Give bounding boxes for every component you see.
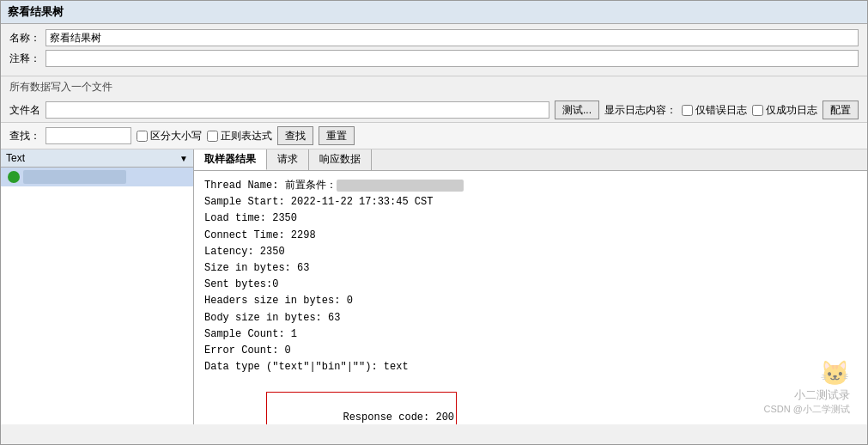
tabs-bar: 取样器结果 请求 响应数据 (194, 149, 867, 171)
size-bytes-line: Size in bytes: 63 (204, 260, 857, 277)
comment-label: 注释： (9, 52, 40, 66)
regex-group: 正则表达式 (207, 129, 272, 143)
file-log-row: 文件名 测试... 显示日志内容： 仅错误日志 仅成功日志 配置 (1, 98, 867, 123)
thread-name-line: Thread Name: 前置条件：████████████████████ (204, 178, 857, 194)
case-sensitive-group: 区分大小写 (137, 129, 202, 143)
response-code-highlight: Response code: 200 (266, 392, 457, 424)
tree-item-label: ████████ (23, 170, 126, 184)
search-label: 查找： (9, 129, 40, 143)
comment-row: 注释： (9, 50, 859, 67)
left-panel: Text ▼ ████████ (1, 149, 194, 424)
success-log-checkbox[interactable] (752, 105, 763, 116)
regex-label: 正则表达式 (221, 129, 272, 143)
main-area: Text ▼ ████████ 取样器结果 请求 响应数据 (1, 149, 867, 424)
error-log-checkbox-group: 仅错误日志 (682, 103, 747, 118)
sent-bytes-line: Sent bytes:0 (204, 277, 857, 293)
case-sensitive-label: 区分大小写 (150, 129, 202, 143)
case-sensitive-checkbox[interactable] (137, 131, 148, 142)
browse-btn[interactable]: 测试... (555, 101, 599, 119)
tab-response[interactable]: 响应数据 (309, 149, 372, 170)
tree-item[interactable]: ████████ (1, 168, 193, 186)
status-icon-success (8, 171, 20, 183)
tab-request[interactable]: 请求 (267, 149, 309, 170)
load-time-line: Load time: 2350 (204, 210, 857, 227)
reset-btn[interactable]: 重置 (319, 126, 355, 145)
right-panel: 取样器结果 请求 响应数据 Thread Name: 前置条件：████████… (194, 149, 867, 424)
response-code-line: Response code: 200 (204, 375, 857, 424)
error-log-checkbox[interactable] (682, 105, 693, 116)
file-label: 文件名 (9, 103, 40, 118)
name-section: 名称： 注释： (1, 24, 867, 76)
sample-count-line: Sample Count: 1 (204, 326, 857, 343)
chevron-down-icon: ▼ (179, 154, 188, 163)
left-panel-header: Text ▼ (1, 149, 193, 168)
title-bar: 察看结果树 (1, 1, 867, 24)
file-input[interactable] (46, 101, 549, 119)
panel-header-label: Text (6, 152, 25, 164)
success-log-checkbox-group: 仅成功日志 (752, 103, 817, 118)
name-input[interactable] (46, 29, 859, 46)
name-label: 名称： (9, 31, 40, 46)
log-label: 显示日志内容： (604, 103, 677, 118)
error-log-label: 仅错误日志 (695, 103, 747, 118)
window-title: 察看结果树 (8, 5, 64, 18)
search-bar: 查找： 区分大小写 正则表达式 查找 重置 (1, 123, 867, 149)
headers-size-line: Headers size in bytes: 0 (204, 293, 857, 309)
result-content: Thread Name: 前置条件：████████████████████ S… (194, 171, 867, 424)
tab-sampler-result[interactable]: 取样器结果 (194, 149, 267, 170)
error-count-line: Error Count: 0 (204, 343, 857, 359)
config-btn[interactable]: 配置 (822, 101, 859, 119)
sample-start-line: Sample Start: 2022-11-22 17:33:45 CST (204, 194, 857, 210)
note-text: 所有数据写入一个文件 (1, 76, 867, 98)
comment-input[interactable] (46, 50, 859, 67)
connect-time-line: Connect Time: 2298 (204, 228, 857, 244)
success-log-label: 仅成功日志 (766, 103, 817, 118)
data-type-line: Data type ("text"|"bin"|""): text (204, 359, 857, 375)
find-btn[interactable]: 查找 (277, 126, 313, 145)
regex-checkbox[interactable] (207, 131, 218, 142)
body-size-line: Body size in bytes: 63 (204, 310, 857, 326)
main-window: 察看结果树 名称： 注释： 所有数据写入一个文件 文件名 测试... 显示日志内… (0, 0, 868, 445)
latency-line: Latency: 2350 (204, 244, 857, 260)
search-input[interactable] (46, 127, 131, 144)
name-row: 名称： (9, 29, 859, 46)
